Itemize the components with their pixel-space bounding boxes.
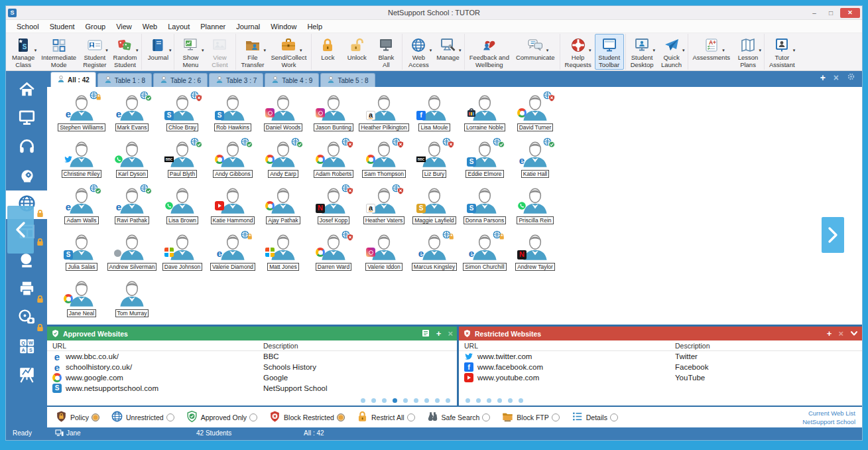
student-liz-bury[interactable]: BBCLiz Bury bbox=[409, 140, 460, 179]
dropdown-arrow-icon[interactable]: ▾ bbox=[263, 48, 266, 53]
toolbar-quick-launch[interactable]: ▾QuickLaunch bbox=[657, 34, 686, 70]
tab-table-4-9[interactable]: Table 4 : 9 bbox=[265, 73, 319, 87]
tab-table-2-6[interactable]: Table 2 : 6 bbox=[153, 73, 208, 87]
student-rob-hawkins[interactable]: SRob Hawkins bbox=[208, 94, 258, 132]
toolbar-feedback-and-wellbeing[interactable]: Feedback andWellbeing bbox=[466, 34, 513, 70]
toolbar-lock[interactable]: Lock bbox=[313, 34, 342, 70]
column-description[interactable]: Description bbox=[263, 342, 452, 350]
tab-table-5-8[interactable]: Table 5 : 8 bbox=[320, 73, 375, 87]
student-valerie-diamond[interactable]: eValerie Diamond bbox=[208, 233, 258, 271]
student-maggie-layfield[interactable]: SMaggie Layfield bbox=[409, 187, 460, 225]
student-karl-dyson[interactable]: Karl Dyson bbox=[107, 140, 157, 179]
menu-window[interactable]: Window bbox=[265, 21, 302, 32]
toolbar-manage-class[interactable]: S▾ManageClass bbox=[9, 34, 38, 70]
tab-table-3-7[interactable]: Table 3 : 7 bbox=[209, 73, 263, 87]
toolbar-unlock[interactable]: Unlock bbox=[342, 34, 371, 70]
student-ravi-pathak[interactable]: eRavi Pathak bbox=[107, 187, 157, 225]
toolbar-web-access[interactable]: ▾WebAccess bbox=[404, 34, 433, 70]
toolbar-intermediate-mode[interactable]: IntermediateMode bbox=[38, 34, 80, 70]
student-jane-neal[interactable]: Jane Neal bbox=[56, 279, 107, 318]
toolbar-file-transfer[interactable]: ▾FileTransfer bbox=[237, 34, 267, 70]
sidebar-whiteboard[interactable] bbox=[6, 362, 47, 390]
close-tab-icon[interactable]: × bbox=[834, 73, 839, 82]
student-katie-hammond[interactable]: Katie Hammond bbox=[208, 187, 258, 225]
student-josef-kopp[interactable]: NJosef Kopp bbox=[308, 187, 359, 225]
student-marcus-kingsley[interactable]: eMarcus Kingsley bbox=[409, 233, 460, 271]
option-details[interactable]: Details bbox=[571, 410, 618, 424]
student-andrew-silverman[interactable]: Andrew Silverman bbox=[107, 233, 157, 271]
add-icon[interactable]: + bbox=[436, 329, 442, 338]
dropdown-arrow-icon[interactable]: ▾ bbox=[459, 48, 462, 53]
dropdown-arrow-icon[interactable]: ▾ bbox=[136, 48, 139, 53]
dropdown-arrow-icon[interactable]: ▾ bbox=[169, 48, 172, 53]
radio-safe-search[interactable] bbox=[482, 413, 490, 421]
student-david-turner[interactable]: David Turner bbox=[510, 94, 560, 132]
option-policy[interactable]: Policy bbox=[55, 410, 99, 424]
student-ajay-pathak[interactable]: Ajay Pathak bbox=[258, 187, 308, 225]
radio-block-ftp[interactable] bbox=[552, 413, 560, 421]
toolbar-blank-all[interactable]: BlankAll bbox=[371, 34, 401, 70]
tab-all-42[interactable]: All : 42 bbox=[50, 72, 96, 87]
website-row[interactable]: fwww.facebook.comFacebook bbox=[459, 362, 862, 372]
menu-group[interactable]: Group bbox=[80, 21, 111, 32]
student-lisa-brown[interactable]: Lisa Brown bbox=[157, 187, 208, 225]
sidebar-device-control[interactable] bbox=[6, 305, 47, 333]
student-lisa-moule[interactable]: fLisa Moule bbox=[409, 94, 460, 132]
toolbar-help-requests[interactable]: ▾HelpRequests bbox=[562, 34, 595, 70]
student-jason-bunting[interactable]: Jason Bunting bbox=[308, 94, 359, 132]
student-mark-evans[interactable]: eMark Evans bbox=[107, 94, 157, 132]
student-daniel-woods[interactable]: Daniel Woods bbox=[258, 94, 308, 132]
student-andy-earp[interactable]: Andy Earp bbox=[258, 140, 308, 179]
option-block-ftp[interactable]: Block FTP bbox=[501, 410, 559, 424]
student-dave-johnson[interactable]: Dave Johnson bbox=[157, 233, 208, 271]
radio-details[interactable] bbox=[610, 413, 618, 421]
menu-layout[interactable]: Layout bbox=[162, 21, 195, 32]
column-url[interactable]: URL bbox=[52, 342, 263, 350]
website-row[interactable]: www.google.comGoogle bbox=[47, 372, 457, 383]
radio-unrestricted[interactable] bbox=[166, 413, 174, 421]
dropdown-arrow-icon[interactable]: ▾ bbox=[546, 48, 549, 53]
dropdown-arrow-icon[interactable]: ▾ bbox=[793, 48, 796, 53]
student-lorraine-noble[interactable]: Lorraine Noble bbox=[460, 94, 510, 132]
student-matt-jones[interactable]: Matt Jones bbox=[258, 233, 308, 271]
option-unrestricted[interactable]: Unrestricted bbox=[111, 410, 174, 424]
student-eddie-elmore[interactable]: SEddie Elmore bbox=[460, 140, 510, 179]
student-andrew-taylor[interactable]: NAndrew Taylor bbox=[510, 233, 560, 271]
toolbar-journal[interactable]: ▾Journal bbox=[143, 34, 172, 70]
sidebar-print-control[interactable] bbox=[6, 276, 47, 305]
column-description[interactable]: Description bbox=[675, 342, 857, 350]
student-adam-roberts[interactable]: Adam Roberts bbox=[308, 140, 359, 179]
close-button[interactable]: ✕ bbox=[840, 8, 860, 18]
list-icon[interactable] bbox=[422, 329, 430, 338]
student-katie-hall[interactable]: eKatie Hall bbox=[510, 140, 560, 179]
dropdown-arrow-icon[interactable]: ▾ bbox=[589, 48, 591, 53]
option-restrict-all[interactable]: Restrict All bbox=[356, 410, 415, 424]
toolbar-tutor-assistant[interactable]: ▾TutorAssistant bbox=[766, 34, 798, 70]
toolbar-random-student[interactable]: ▾RandomStudent bbox=[110, 34, 141, 70]
sidebar-thinking[interactable] bbox=[6, 162, 47, 190]
dropdown-arrow-icon[interactable]: ▾ bbox=[34, 48, 37, 53]
toolbar-show-menu[interactable]: ▾ShowMenu bbox=[176, 34, 205, 70]
student-simon-churchill[interactable]: eSimon Churchill bbox=[460, 233, 510, 271]
toolbar-assessments[interactable]: A+▾Assessments bbox=[690, 34, 734, 70]
add-icon[interactable]: + bbox=[827, 329, 832, 338]
student-paul-blyth[interactable]: BBCPaul Blyth bbox=[157, 140, 208, 179]
dropdown-arrow-icon[interactable]: ▾ bbox=[202, 48, 204, 53]
dropdown-arrow-icon[interactable]: ▾ bbox=[722, 48, 725, 53]
toolbar-student-desktop[interactable]: ▾StudentDesktop bbox=[627, 34, 657, 70]
radio-block-restricted[interactable] bbox=[337, 413, 345, 421]
collapse-sidebar-button[interactable] bbox=[7, 206, 34, 254]
student-adam-walls[interactable]: eAdam Walls bbox=[56, 187, 107, 225]
option-safe-search[interactable]: Safe Search bbox=[426, 410, 491, 424]
add-tab-icon[interactable]: + bbox=[820, 73, 826, 82]
radio-approved-only[interactable] bbox=[249, 413, 257, 421]
student-tom-murray[interactable]: Tom Murray bbox=[107, 279, 157, 318]
dropdown-arrow-icon[interactable]: ▾ bbox=[653, 48, 656, 53]
toolbar-send-collect-work[interactable]: ▾Send/CollectWork bbox=[267, 34, 310, 70]
sidebar-typing[interactable]: QWAS bbox=[6, 333, 47, 362]
menu-view[interactable]: View bbox=[111, 21, 137, 32]
toolbar-lesson-plans[interactable]: ▾LessonPlans bbox=[733, 34, 763, 70]
dropdown-arrow-icon[interactable]: ▾ bbox=[759, 48, 762, 53]
website-row[interactable]: www.twitter.comTwitter bbox=[459, 351, 862, 362]
toolbar-student-toolbar[interactable]: StudentToolbar bbox=[595, 34, 624, 70]
